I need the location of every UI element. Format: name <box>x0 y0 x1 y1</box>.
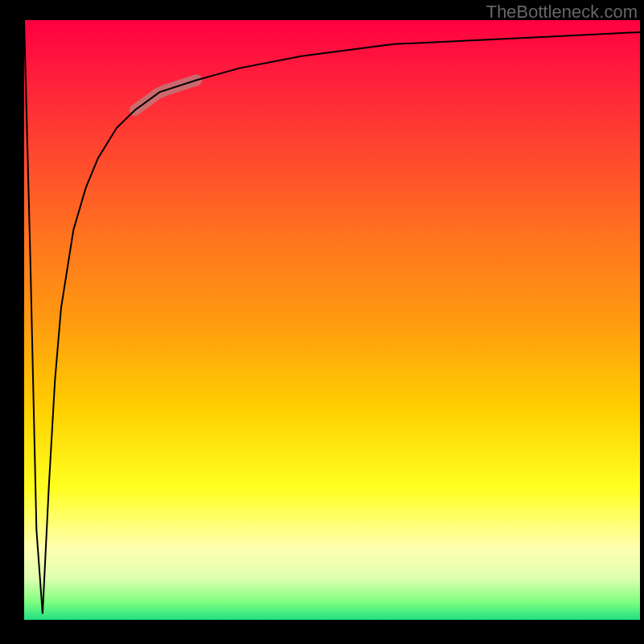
curve-highlight-segment <box>135 80 197 110</box>
bottleneck-curve <box>24 20 640 614</box>
attribution-text: TheBottleneck.com <box>486 2 638 23</box>
chart-curve-layer <box>24 20 640 620</box>
